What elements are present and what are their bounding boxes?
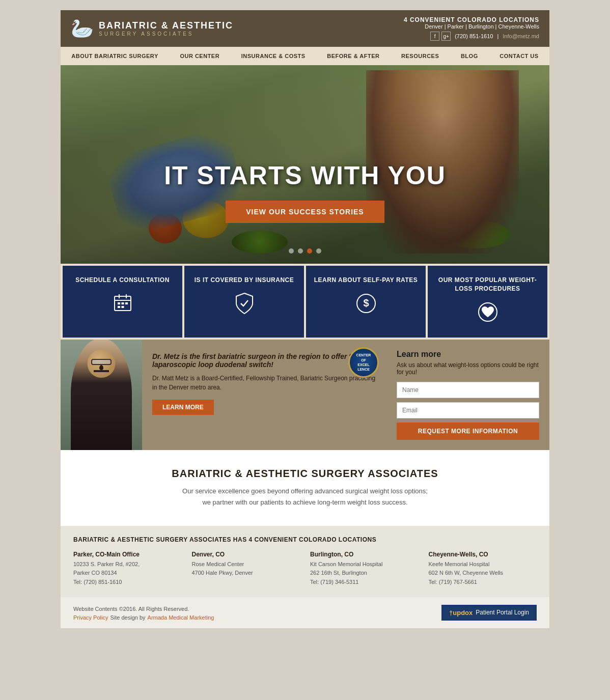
footer-site-design-text: Site design by: [110, 614, 145, 621]
form-title: Learn more: [397, 350, 539, 359]
nav-insurance[interactable]: INSURANCE & COSTS: [234, 47, 313, 65]
cities-list: Denver | Parker | Burlington | Cheyenne-…: [404, 23, 539, 30]
about-title: BARIATRIC & AESTHETIC SURGERY ASSOCIATES: [71, 468, 539, 480]
feature-box-schedule-title: SCHEDULE A CONSULTATION: [70, 276, 175, 285]
location-burlington-addr2: 262 16th St, Burlington: [310, 569, 419, 578]
dot-1[interactable]: [289, 248, 294, 254]
location-denver-addr: Rose Medical Center: [192, 560, 300, 569]
email-separator: |: [497, 33, 498, 39]
nav-resources[interactable]: RESOURCES: [394, 47, 446, 65]
nav-blog[interactable]: BLOG: [454, 47, 485, 65]
location-parker-addr: 10233 S. Parker Rd, #202,: [73, 560, 182, 569]
hero-title: IT STARTS WITH YOU: [61, 161, 549, 190]
patient-portal-button[interactable]: †updox Patient Portal Login: [441, 605, 537, 621]
locations-header: BARIATRIC & AESTHETIC SURGERY ASSOCIATES…: [73, 536, 537, 543]
feature-box-schedule[interactable]: SCHEDULE A CONSULTATION: [63, 266, 182, 338]
logo-area: 🦢 BARIATRIC & AESTHETIC SURGERY ASSOCIAT…: [71, 19, 233, 38]
portal-brand: †updox: [449, 609, 473, 617]
nav-our-center[interactable]: OUR CENTER: [173, 47, 227, 65]
location-cheyenne: Cheyenne-Wells, CO Keefe Memorial Hospit…: [429, 551, 537, 587]
location-cheyenne-addr2: 602 N 6th W, Cheyenne Wells: [429, 569, 537, 578]
social-icons: f g+: [430, 32, 451, 41]
doctor-headline: Dr. Metz is the first bariatric surgeon …: [152, 352, 376, 369]
header-right: 4 CONVENIENT COLORADO LOCATIONS Denver |…: [404, 16, 539, 41]
about-section: BARIATRIC & AESTHETIC SURGERY ASSOCIATES…: [61, 450, 549, 526]
location-burlington: Burlington, CO Kit Carson Memorial Hospi…: [310, 551, 419, 587]
nav-about[interactable]: ABOUT BARIATRIC SURGERY: [64, 47, 165, 65]
doctor-form: Learn more Ask us about what weight-loss…: [386, 340, 549, 450]
agency-link[interactable]: Armada Medical Marketing: [148, 614, 214, 621]
feature-box-procedures-title: OUR MOST POPULAR WEIGHT-LOSS PROCEDURES: [435, 276, 540, 293]
svg-rect-4: [118, 302, 120, 304]
form-subtitle: Ask us about what weight-loss options co…: [397, 361, 539, 376]
location-parker-addr2: Parker CO 80134: [73, 569, 182, 578]
learn-more-button[interactable]: LEARN MORE: [152, 400, 214, 415]
footer-right: †updox Patient Portal Login: [441, 605, 537, 621]
doctor-text: CENTEROFEXCELLENCE Dr. Metz is the first…: [142, 340, 386, 450]
feature-box-insurance-title: IS IT COVERED BY INSURANCE: [192, 276, 296, 285]
hero-content: IT STARTS WITH YOU VIEW OUR SUCCESS STOR…: [61, 161, 549, 223]
dot-2[interactable]: [298, 248, 303, 254]
dot-4[interactable]: [316, 248, 321, 254]
feature-box-self-pay-title: LEARN ABOUT SELF-PAY RATES: [314, 276, 418, 285]
brand-name: BARIATRIC & AESTHETIC: [99, 20, 233, 31]
location-cheyenne-phone: Tel: (719) 767-5661: [429, 578, 537, 587]
location-parker-phone: Tel: (720) 851-1610: [73, 578, 182, 587]
dollar-circle-icon: $: [314, 292, 418, 319]
feature-box-insurance[interactable]: IS IT COVERED BY INSURANCE: [184, 266, 304, 338]
svg-text:$: $: [363, 297, 369, 309]
footer: Website Contents ©2016. All Rights Reser…: [61, 597, 549, 628]
award-badge: CENTEROFEXCELLENCE: [348, 347, 379, 378]
svg-rect-6: [125, 302, 128, 304]
feature-box-procedures[interactable]: OUR MOST POPULAR WEIGHT-LOSS PROCEDURES: [428, 266, 547, 338]
nav-before-after[interactable]: BEFORE & AFTER: [320, 47, 386, 65]
form-email-input[interactable]: [397, 402, 539, 418]
locations-section: BARIATRIC & AESTHETIC SURGERY ASSOCIATES…: [61, 526, 549, 597]
svg-rect-7: [118, 306, 120, 308]
logo-text: BARIATRIC & AESTHETIC SURGERY ASSOCIATES: [99, 20, 233, 37]
hero-cta-button[interactable]: VIEW OUR SUCCESS STORIES: [226, 201, 384, 223]
privacy-policy-link[interactable]: Privacy Policy: [73, 614, 108, 621]
location-cheyenne-city: Cheyenne-Wells, CO: [429, 551, 537, 558]
form-submit-button[interactable]: REQUEST MORE INFORMATION: [397, 423, 539, 440]
site-header: 🦢 BARIATRIC & AESTHETIC SURGERY ASSOCIAT…: [61, 10, 549, 47]
location-parker: Parker, CO-Main Office 10233 S. Parker R…: [73, 551, 182, 587]
hero-section: IT STARTS WITH YOU VIEW OUR SUCCESS STOR…: [61, 65, 549, 264]
about-text-1: Our service excellence goes beyond offer…: [71, 486, 539, 497]
locations-label: 4 CONVENIENT COLORADO LOCATIONS: [404, 16, 539, 23]
googleplus-icon[interactable]: g+: [441, 32, 451, 41]
location-burlington-city: Burlington, CO: [310, 551, 419, 558]
dot-3[interactable]: [307, 248, 312, 254]
calendar-icon: [70, 292, 175, 317]
portal-label: Patient Portal Login: [476, 609, 529, 616]
location-burlington-addr: Kit Carson Memorial Hospital: [310, 560, 419, 569]
facebook-icon[interactable]: f: [430, 32, 439, 41]
doctor-description: Dr. Matt Metz is a Board-Certified, Fell…: [152, 374, 376, 392]
phone-number[interactable]: (720) 851-1610: [455, 33, 493, 39]
brand-sub: SURGERY ASSOCIATES: [99, 31, 233, 37]
location-cheyenne-addr: Keefe Memorial Hospital: [429, 560, 537, 569]
location-denver: Denver, CO Rose Medical Center 4700 Hale…: [192, 551, 300, 587]
form-name-input[interactable]: [397, 382, 539, 398]
email-address[interactable]: Info@metz.md: [503, 33, 539, 39]
footer-copyright: Website Contents ©2016. All Rights Reser…: [73, 606, 214, 612]
doctor-section: CENTEROFEXCELLENCE Dr. Metz is the first…: [61, 340, 549, 450]
svg-rect-5: [121, 302, 124, 304]
doctor-photo: [61, 340, 142, 450]
hero-dots: [289, 248, 321, 254]
location-burlington-phone: Tel: (719) 346-5311: [310, 578, 419, 587]
location-parker-city: Parker, CO-Main Office: [73, 551, 182, 558]
nav-contact[interactable]: CONTACT US: [492, 47, 545, 65]
feature-boxes: SCHEDULE A CONSULTATION IS IT COVERED BY…: [61, 264, 549, 340]
location-denver-city: Denver, CO: [192, 551, 300, 558]
heart-icon: [435, 301, 540, 327]
logo-icon: 🦢: [71, 19, 94, 38]
shield-check-icon: [192, 292, 296, 319]
feature-box-self-pay[interactable]: LEARN ABOUT SELF-PAY RATES $: [306, 266, 426, 338]
location-denver-addr2: 4700 Hale Pkwy, Denver: [192, 569, 300, 578]
footer-left: Website Contents ©2016. All Rights Reser…: [73, 606, 214, 621]
footer-links: Privacy Policy Site design by Armada Med…: [73, 614, 214, 621]
about-text-2: we partner with our patients to achieve …: [71, 497, 539, 508]
svg-rect-8: [121, 306, 124, 308]
main-nav: ABOUT BARIATRIC SURGERY OUR CENTER INSUR…: [61, 47, 549, 65]
